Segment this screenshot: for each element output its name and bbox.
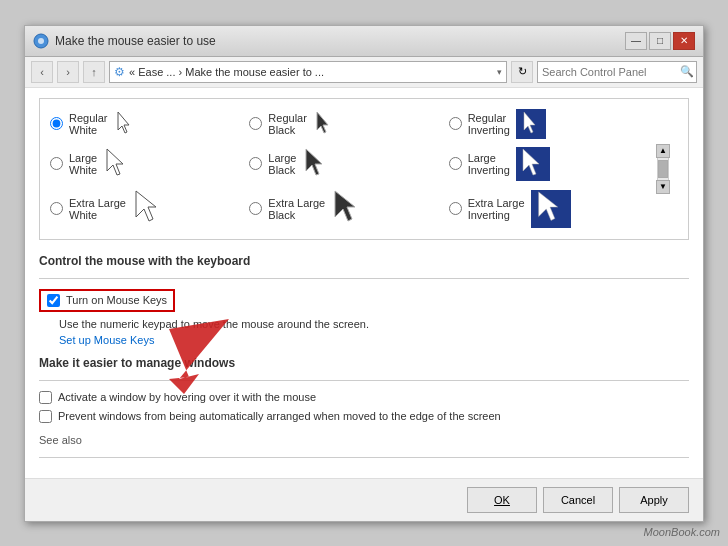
section-divider-window (39, 380, 689, 381)
cursor-label-regular-inverting: RegularInverting (468, 112, 510, 136)
search-icon: 🔍 (680, 65, 694, 78)
activate-window-checkbox[interactable] (39, 391, 52, 404)
cursor-option-extralarge-white[interactable]: Extra LargeWhite (50, 189, 245, 229)
cursor-option-regular-inverting[interactable]: RegularInverting (449, 109, 644, 139)
cursor-radio-extralarge-black[interactable] (249, 202, 262, 215)
cursor-label-extralarge-black: Extra LargeBlack (268, 197, 325, 221)
cursor-img-regular-inverting (516, 109, 546, 139)
forward-icon: › (66, 66, 70, 78)
cursor-label-regular-white: RegularWhite (69, 112, 108, 136)
prevent-arrange-label: Prevent windows from being automatically… (58, 410, 501, 422)
window-icon (33, 33, 49, 49)
cursor-option-large-inverting[interactable]: LargeInverting (449, 147, 644, 181)
up-button[interactable]: ↑ (83, 61, 105, 83)
title-bar-controls: — □ ✕ (625, 32, 695, 50)
cursor-radio-large-white[interactable] (50, 157, 63, 170)
cursor-img-extralarge-inverting (531, 190, 571, 228)
scroll-thumb[interactable] (658, 160, 668, 178)
title-bar-left: Make the mouse easier to use (33, 33, 216, 49)
cancel-button[interactable]: Cancel (543, 487, 613, 513)
scroll-track (657, 158, 669, 180)
scrollbar[interactable]: ▲ ▼ (648, 144, 678, 194)
cursor-option-regular-white[interactable]: RegularWhite (50, 110, 245, 138)
forward-button[interactable]: › (57, 61, 79, 83)
maximize-button[interactable]: □ (649, 32, 671, 50)
cursor-img-regular-white (114, 110, 136, 138)
cursor-radio-regular-inverting[interactable] (449, 117, 462, 130)
see-also-section: See also (39, 433, 689, 458)
back-icon: ‹ (40, 66, 44, 78)
mouse-keys-wrapper: Turn on Mouse Keys (39, 289, 689, 312)
cursor-radio-regular-black[interactable] (249, 117, 262, 130)
cursor-img-extralarge-white (132, 189, 166, 229)
main-window: Make the mouse easier to use — □ ✕ ‹ › ↑… (24, 25, 704, 522)
section-divider-keyboard (39, 278, 689, 279)
section-divider-see-also (39, 457, 689, 458)
title-bar: Make the mouse easier to use — □ ✕ (25, 26, 703, 57)
cursor-option-large-black[interactable]: LargeBlack (249, 147, 444, 181)
prevent-arrange-checkbox[interactable] (39, 410, 52, 423)
refresh-button[interactable]: ↻ (511, 61, 533, 83)
address-text: « Ease ... › Make the mouse easier to ..… (129, 66, 493, 78)
cursor-option-extralarge-inverting[interactable]: Extra LargeInverting (449, 190, 644, 228)
cursor-radio-extralarge-inverting[interactable] (449, 202, 462, 215)
cursor-radio-extralarge-white[interactable] (50, 202, 63, 215)
cursor-label-large-white: LargeWhite (69, 152, 97, 176)
minimize-button[interactable]: — (625, 32, 647, 50)
back-button[interactable]: ‹ (31, 61, 53, 83)
cursor-img-large-white (103, 147, 131, 181)
keyboard-section-title: Control the mouse with the keyboard (39, 254, 689, 268)
prevent-arrange-row: Prevent windows from being automatically… (39, 410, 689, 423)
scroll-up-button[interactable]: ▲ (656, 144, 670, 158)
cursor-label-extralarge-inverting: Extra LargeInverting (468, 197, 525, 221)
window-title: Make the mouse easier to use (55, 34, 216, 48)
scroll-down-button[interactable]: ▼ (656, 180, 670, 194)
mouse-keys-checkbox[interactable] (47, 294, 60, 307)
cursor-label-large-black: LargeBlack (268, 152, 296, 176)
window-section: Make it easier to manage windows Activat… (39, 356, 689, 423)
ok-button[interactable]: OK (467, 487, 537, 513)
address-chevron-icon[interactable]: ▾ (497, 67, 502, 77)
search-box: 🔍 (537, 61, 697, 83)
close-button[interactable]: ✕ (673, 32, 695, 50)
mouse-keys-description: Use the numeric keypad to move the mouse… (59, 318, 689, 330)
mouse-keys-label: Turn on Mouse Keys (66, 294, 167, 306)
search-input[interactable] (542, 66, 680, 78)
address-bar-icon: ⚙ (114, 65, 125, 79)
cursor-option-large-white[interactable]: LargeWhite (50, 147, 245, 181)
up-icon: ↑ (91, 66, 97, 78)
setup-mouse-keys-link[interactable]: Set up Mouse Keys (59, 334, 689, 346)
cursor-label-extralarge-white: Extra LargeWhite (69, 197, 126, 221)
refresh-icon: ↻ (518, 65, 527, 78)
watermark: MoonBook.com (644, 526, 720, 538)
apply-button[interactable]: Apply (619, 487, 689, 513)
address-bar: ⚙ « Ease ... › Make the mouse easier to … (109, 61, 507, 83)
window-section-title: Make it easier to manage windows (39, 356, 689, 370)
cursor-label-large-inverting: LargeInverting (468, 152, 510, 176)
activate-window-row: Activate a window by hovering over it wi… (39, 391, 689, 404)
cursor-option-regular-black[interactable]: RegularBlack (249, 110, 444, 138)
cursor-img-extralarge-black (331, 189, 365, 229)
cursor-img-large-black (302, 147, 330, 181)
cursor-option-extralarge-black[interactable]: Extra LargeBlack (249, 189, 444, 229)
content-area: RegularWhite RegularBlack RegularInverti… (25, 88, 703, 478)
cursor-label-regular-black: RegularBlack (268, 112, 307, 136)
bottom-bar: OK Cancel Apply (25, 478, 703, 521)
cursor-img-large-inverting (516, 147, 550, 181)
keyboard-section: Control the mouse with the keyboard Turn… (39, 254, 689, 346)
cursor-radio-regular-white[interactable] (50, 117, 63, 130)
toolbar: ‹ › ↑ ⚙ « Ease ... › Make the mouse easi… (25, 57, 703, 88)
cursor-radio-large-black[interactable] (249, 157, 262, 170)
activate-window-label: Activate a window by hovering over it wi… (58, 391, 316, 403)
cursor-radio-large-inverting[interactable] (449, 157, 462, 170)
see-also-label: See also (39, 434, 82, 446)
cursor-grid: RegularWhite RegularBlack RegularInverti… (39, 98, 689, 240)
cursor-img-regular-black (313, 110, 335, 138)
mouse-keys-checkbox-row: Turn on Mouse Keys (39, 289, 175, 312)
